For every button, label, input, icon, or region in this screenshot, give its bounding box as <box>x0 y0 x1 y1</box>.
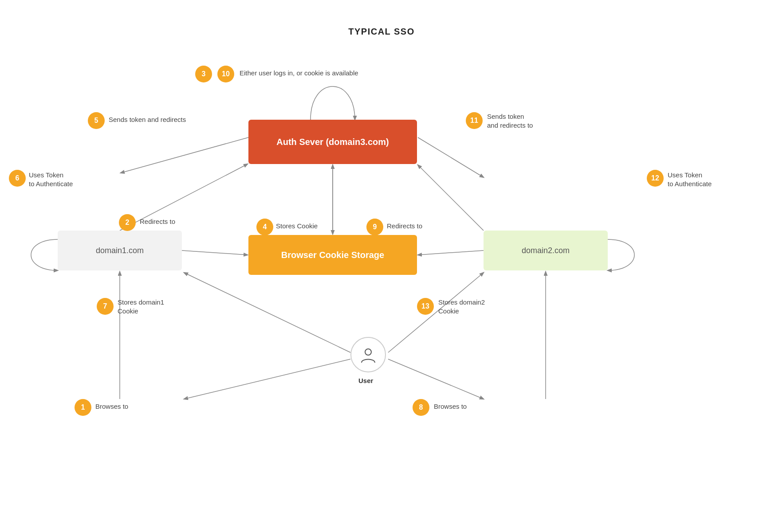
badge-10: 10 <box>217 66 234 82</box>
svg-line-9 <box>418 137 484 177</box>
badge-11: 11 <box>466 112 483 129</box>
label-11: Sends token and redirects to <box>487 112 533 129</box>
svg-line-1 <box>121 137 248 173</box>
domain2-box: domain2.com <box>484 231 608 270</box>
label-5: Sends token and redirects <box>109 115 186 124</box>
label-6: Uses Token to Authenticate <box>29 171 73 188</box>
user-icon <box>350 337 386 372</box>
badge-9: 9 <box>366 219 383 235</box>
badge-8: 8 <box>413 399 429 416</box>
label-12: Uses Token to Authenticate <box>668 171 712 188</box>
label-1: Browses to <box>95 402 128 411</box>
svg-line-10 <box>418 250 484 255</box>
label-4: Stores Cookie <box>276 222 318 231</box>
svg-point-14 <box>365 349 371 355</box>
svg-line-4 <box>184 359 350 399</box>
auth-server-box: Auth Sever (domain3.com) <box>248 120 417 164</box>
svg-line-3 <box>184 273 350 352</box>
badge-5: 5 <box>88 112 105 129</box>
label-2: Redirects to <box>140 217 175 226</box>
label-13: Stores domain2 Cookie <box>438 298 485 315</box>
svg-line-8 <box>418 165 484 231</box>
badge-12: 12 <box>647 170 664 187</box>
badge-6: 6 <box>9 170 26 187</box>
svg-line-0 <box>120 164 248 231</box>
badge-4: 4 <box>256 219 273 235</box>
label-9: Redirects to <box>387 222 422 231</box>
label-8: Browses to <box>434 402 467 411</box>
domain1-box: domain1.com <box>58 231 182 270</box>
user-label: User <box>358 377 373 384</box>
badge-7: 7 <box>97 298 114 315</box>
badge-2: 2 <box>119 214 136 231</box>
badge-3: 3 <box>195 66 212 82</box>
label-3-10: Either user logs in, or cookie is availa… <box>240 69 358 78</box>
svg-line-2 <box>182 250 248 255</box>
badge-1: 1 <box>75 399 91 416</box>
diagram-container: TYPICAL SSO <box>0 0 763 532</box>
page-title: TYPICAL SSO <box>0 27 763 37</box>
svg-line-12 <box>388 359 484 399</box>
badge-13: 13 <box>417 298 434 315</box>
label-7: Stores domain1 Cookie <box>118 298 164 315</box>
browser-cookie-box: Browser Cookie Storage <box>248 235 417 275</box>
